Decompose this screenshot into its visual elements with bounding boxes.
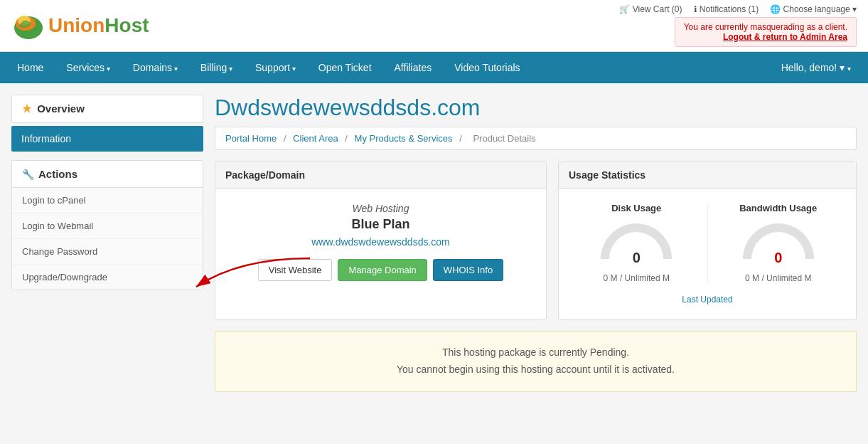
sidebar-action-login-webmail[interactable]: Login to Webmail — [12, 213, 203, 239]
package-panel-buttons: Visit Website Manage Domain WHOIS Info — [230, 259, 532, 281]
nav-billing-dropdown[interactable]: Billing — [189, 52, 244, 83]
logo-icon — [11, 11, 45, 41]
package-domain-panel: Package/Domain Web Hosting Blue Plan www… — [215, 162, 547, 319]
package-panel-header: Package/Domain — [215, 162, 546, 189]
nav-hello-user[interactable]: Hello, demo! ▾ — [770, 52, 862, 83]
plan-name: Blue Plan — [230, 217, 532, 232]
nav-services[interactable]: Services — [55, 52, 121, 83]
bandwidth-usage-item: Bandwidth Usage 0 0 M / Unlimited M — [715, 203, 842, 283]
nav-services-dropdown[interactable]: Services — [55, 52, 121, 83]
disk-stats: 0 M / Unlimited M — [573, 273, 700, 283]
pending-line1: This hosting package is currently Pendin… — [228, 344, 843, 361]
breadcrumb: Portal Home / Client Area / My Products … — [215, 127, 857, 150]
pending-notice: This hosting package is currently Pendin… — [215, 331, 857, 392]
masquerade-notice: You are currently masquerading as a clie… — [675, 17, 857, 47]
nav-support-dropdown[interactable]: Support — [244, 52, 307, 83]
disk-usage-item: Disk Usage 0 0 M / Unlimited M — [573, 203, 700, 283]
choose-language-link[interactable]: 🌐 Choose language ▾ — [770, 4, 857, 14]
sidebar-action-upgrade-downgrade[interactable]: Upgrade/Downgrade — [12, 265, 203, 290]
usage-divider — [707, 203, 708, 283]
globe-icon: 🌐 — [770, 4, 781, 14]
visit-website-button[interactable]: Visit Website — [258, 259, 333, 281]
breadcrumb-client-area[interactable]: Client Area — [293, 133, 338, 144]
nav-affiliates[interactable]: Affiliates — [383, 52, 444, 83]
logo-text: UnionHost — [48, 14, 149, 37]
nav-video-tutorials[interactable]: Video Tutorials — [443, 52, 531, 83]
breadcrumb-sep1: / — [284, 133, 289, 144]
breadcrumb-product-details: Product Details — [473, 133, 535, 144]
breadcrumb-sep3: / — [459, 133, 464, 144]
panels-row: Package/Domain Web Hosting Blue Plan www… — [215, 162, 857, 319]
star-icon: ★ — [22, 102, 31, 115]
breadcrumb-portal-home[interactable]: Portal Home — [225, 133, 277, 144]
sidebar-action-login-cpanel[interactable]: Login to cPanel — [12, 188, 203, 213]
main-content: Dwdswdewewsddsds.com Portal Home / Clien… — [215, 95, 857, 392]
sidebar-information-item[interactable]: Information — [11, 126, 203, 152]
usage-row: Disk Usage 0 0 M / Unlimited M Bandwidth… — [573, 203, 842, 283]
breadcrumb-sep2: / — [345, 133, 350, 144]
notifications-link[interactable]: ℹ Notifications (1) — [694, 4, 759, 14]
nav-home[interactable]: Home — [6, 52, 55, 83]
content-wrapper: ★ Overview Information 🔧 Actions Login t… — [0, 83, 868, 403]
main-nav: Home Services Domains Billing Support Op… — [0, 52, 868, 83]
hosting-type-label: Web Hosting — [230, 203, 532, 214]
top-bar: UnionHost 🛒 View Cart (0) ℹ Notification… — [0, 0, 868, 52]
page-title: Dwdswdewewsddsds.com — [215, 95, 857, 121]
nav-billing[interactable]: Billing — [189, 52, 244, 83]
wrench-icon: 🔧 — [22, 169, 34, 180]
logo: UnionHost — [11, 11, 149, 41]
sidebar-actions-header: 🔧 Actions — [12, 161, 203, 188]
disk-gauge-value: 0 — [601, 250, 672, 266]
chevron-down-icon: ▾ — [852, 4, 857, 14]
package-panel-body: Web Hosting Blue Plan www.dwdswdewewsdds… — [215, 189, 546, 295]
view-cart-link[interactable]: 🛒 View Cart (0) — [619, 4, 682, 14]
top-links: 🛒 View Cart (0) ℹ Notifications (1) 🌐 Ch… — [619, 4, 857, 14]
whois-info-button[interactable]: WHOIS Info — [433, 259, 503, 281]
manage-domain-button[interactable]: Manage Domain — [338, 259, 427, 281]
bandwidth-gauge-value: 0 — [743, 250, 814, 266]
bell-icon: ℹ — [694, 4, 697, 14]
top-right-area: 🛒 View Cart (0) ℹ Notifications (1) 🌐 Ch… — [619, 4, 857, 47]
bandwidth-stats: 0 M / Unlimited M — [715, 273, 842, 283]
usage-panel-body: Disk Usage 0 0 M / Unlimited M Bandwidth… — [559, 189, 856, 319]
logout-return-link[interactable]: Logout & return to Admin Area — [723, 32, 847, 42]
nav-domains-dropdown[interactable]: Domains — [122, 52, 189, 83]
usage-panel-header: Usage Statistics — [559, 162, 856, 189]
nav-domains[interactable]: Domains — [122, 52, 189, 83]
disk-usage-label: Disk Usage — [573, 203, 700, 213]
sidebar: ★ Overview Information 🔧 Actions Login t… — [11, 95, 203, 290]
breadcrumb-my-products[interactable]: My Products & Services — [355, 133, 453, 144]
nav-support[interactable]: Support — [244, 52, 307, 83]
bandwidth-usage-label: Bandwidth Usage — [715, 203, 842, 213]
cart-icon: 🛒 — [619, 4, 630, 14]
nav-open-ticket[interactable]: Open Ticket — [307, 52, 383, 83]
sidebar-action-change-password[interactable]: Change Password — [12, 239, 203, 265]
domain-link[interactable]: www.dwdswdewewsddsds.com — [230, 236, 532, 248]
disk-gauge: 0 — [601, 223, 672, 266]
sidebar-actions-panel: 🔧 Actions Login to cPanel Login to Webma… — [11, 160, 203, 290]
pending-line2: You cannot begin using this hosting acco… — [228, 361, 843, 379]
last-updated-link[interactable]: Last Updated — [573, 295, 842, 305]
bandwidth-gauge: 0 — [743, 223, 814, 266]
sidebar-overview: ★ Overview — [11, 95, 203, 123]
usage-statistics-panel: Usage Statistics Disk Usage 0 0 M / Unli… — [558, 162, 857, 319]
